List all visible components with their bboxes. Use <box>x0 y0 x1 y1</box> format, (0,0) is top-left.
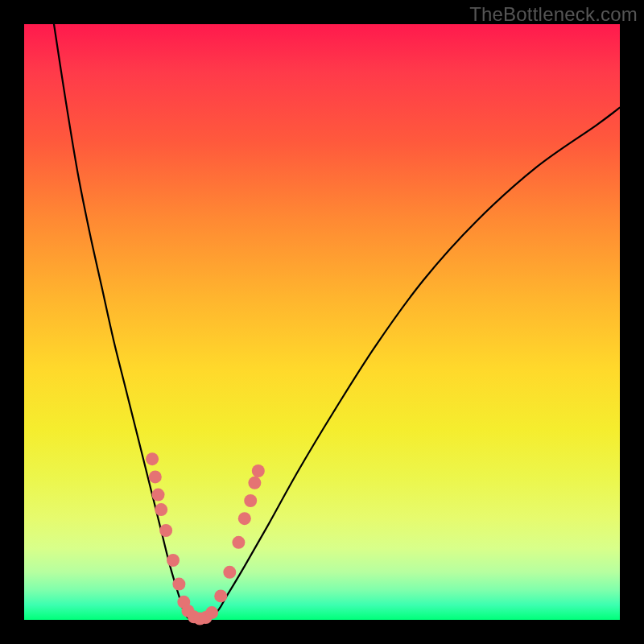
curve-marker <box>155 503 167 516</box>
curve-marker <box>159 524 172 537</box>
curve-marker <box>146 452 159 465</box>
curve-marker <box>152 489 165 502</box>
curve-marker <box>252 464 265 477</box>
curve-marker <box>223 566 236 579</box>
chart-svg <box>24 24 620 620</box>
curve-marker <box>232 536 245 549</box>
curve-marker <box>167 554 180 567</box>
chart-stage: TheBottleneck.com <box>0 0 644 644</box>
curve-marker <box>248 477 261 489</box>
curve-marker <box>149 470 162 483</box>
curve-marker <box>205 606 218 619</box>
bottleneck-curve <box>54 24 620 620</box>
plot-area <box>24 24 620 620</box>
watermark-text: TheBottleneck.com <box>469 3 638 26</box>
curve-marker <box>214 589 227 602</box>
curve-marker <box>238 512 251 525</box>
curve-marker <box>172 578 185 591</box>
curve-marker <box>244 494 257 507</box>
